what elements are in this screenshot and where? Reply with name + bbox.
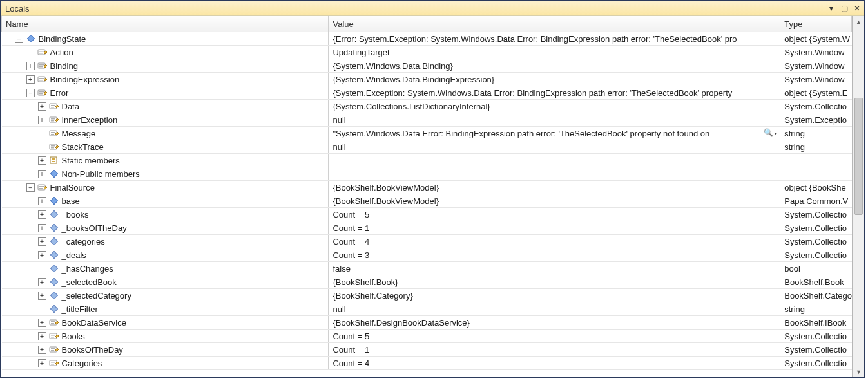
vertical-scrollbar[interactable]: ▲ ▼ [853, 16, 864, 377]
expand-icon[interactable]: + [26, 75, 35, 84]
table-row[interactable]: +InnerExceptionnullSystem.Exceptio [2, 113, 852, 127]
table-row[interactable]: +_booksCount = 5System.Collectio [2, 208, 852, 221]
titlebar: Locals ▾ ▢ ✕ [1, 1, 864, 16]
expand-icon[interactable]: + [38, 359, 46, 367]
window-menu-icon[interactable]: ▾ [827, 4, 836, 13]
expand-icon[interactable]: + [38, 170, 46, 178]
scroll-track[interactable] [853, 27, 864, 366]
static-icon [49, 155, 59, 165]
svg-rect-46 [51, 337, 54, 338]
expand-icon[interactable]: + [38, 278, 46, 286]
svg-rect-3 [39, 53, 43, 54]
svg-rect-12 [39, 93, 43, 95]
expander-placeholder [38, 265, 46, 273]
expand-icon[interactable]: + [38, 116, 46, 124]
scroll-down-icon[interactable]: ▼ [853, 366, 864, 377]
column-header-type[interactable]: Type [780, 16, 852, 32]
row-type: bool [780, 262, 852, 275]
row-type: BookShelf.IBook [780, 316, 852, 330]
table-row[interactable]: +_booksOfTheDayCount = 1System.Collectio [2, 221, 852, 235]
svg-rect-2 [39, 51, 44, 52]
column-header-name[interactable]: Name [2, 16, 329, 32]
collapse-icon[interactable]: − [26, 89, 35, 97]
table-row[interactable]: _hasChangesfalsebool [2, 262, 852, 275]
row-value: Count = 4 [333, 358, 369, 368]
expand-icon[interactable]: + [38, 210, 46, 219]
expand-icon[interactable]: + [38, 319, 46, 327]
table-row[interactable]: +_selectedCategory{BookShelf.Category}Bo… [2, 289, 852, 302]
prop-icon [49, 115, 59, 125]
table-row[interactable]: −FinalSource{BookShelf.BookViewModel}obj… [2, 181, 852, 194]
table-row[interactable]: StackTracenullstring [2, 140, 852, 154]
svg-rect-52 [51, 364, 54, 365]
svg-rect-18 [51, 120, 54, 122]
expander-placeholder [38, 129, 46, 138]
expand-icon[interactable]: + [38, 102, 46, 111]
collapse-icon[interactable]: − [26, 183, 35, 192]
table-row[interactable]: +CategoriesCount = 4System.Collectio [2, 357, 852, 370]
table-row[interactable]: Message"System.Windows.Data Error: Bindi… [2, 127, 852, 140]
row-type: Papa.Common.V [780, 194, 852, 208]
expand-icon[interactable]: + [38, 292, 46, 300]
table-row[interactable]: +_dealsCount = 3System.Collectio [2, 248, 852, 262]
collapse-icon[interactable]: − [15, 35, 23, 43]
svg-rect-48 [51, 348, 55, 349]
expand-icon[interactable]: + [38, 237, 46, 246]
row-name: InnerException [62, 115, 118, 125]
row-name: _deals [62, 250, 86, 260]
expand-icon[interactable]: + [38, 251, 46, 259]
table-row[interactable]: +_categoriesCount = 4System.Collectio [2, 235, 852, 248]
row-name: _booksOfTheDay [62, 223, 127, 233]
expand-icon[interactable]: + [38, 346, 46, 354]
prop-icon [49, 358, 59, 368]
row-type: string [780, 127, 852, 140]
row-type: System.Collectio [780, 221, 852, 235]
field-icon [49, 290, 59, 301]
row-name: Static members [62, 156, 120, 165]
table-row[interactable]: +BindingExpression{System.Windows.Data.B… [2, 73, 852, 86]
expand-icon[interactable]: + [26, 62, 35, 70]
scroll-up-icon[interactable]: ▲ [853, 16, 864, 27]
field-icon [49, 223, 59, 233]
row-name: Data [62, 102, 79, 111]
svg-rect-20 [51, 132, 55, 133]
table-row[interactable]: +Data{System.Collections.ListDictionaryI… [2, 100, 852, 113]
diamond-blue-icon [49, 169, 59, 179]
table-row[interactable]: +BooksCount = 5System.Collectio [2, 330, 852, 343]
table-row[interactable]: +BookDataService{BookShelf.DesignBookDat… [2, 316, 852, 330]
svg-rect-36 [50, 251, 57, 258]
table-row[interactable]: +base{BookShelf.BookViewModel}Papa.Commo… [2, 194, 852, 208]
table-row[interactable]: −BindingState{Error: System.Exception: S… [2, 32, 852, 46]
table-row[interactable]: +Static members [2, 154, 852, 167]
table-row[interactable]: ActionUpdatingTargetSystem.Window [2, 46, 852, 59]
expand-icon[interactable]: + [38, 224, 46, 232]
row-name: BookDataService [62, 318, 126, 328]
table-row[interactable]: +Binding{System.Windows.Data.Binding}Sys… [2, 59, 852, 73]
maximize-icon[interactable]: ▢ [840, 4, 849, 13]
svg-rect-45 [51, 335, 55, 336]
svg-rect-15 [51, 107, 54, 108]
visualizer-icon[interactable]: 🔍▾ [764, 128, 777, 137]
table-row[interactable]: +Non-Public members [2, 167, 852, 181]
expand-icon[interactable]: + [38, 197, 46, 205]
column-header-value[interactable]: Value [329, 16, 780, 32]
table-row[interactable]: −Error{System.Exception: System.Windows.… [2, 86, 852, 100]
expand-icon[interactable]: + [38, 156, 46, 165]
svg-rect-21 [51, 134, 54, 135]
close-icon[interactable]: ✕ [853, 4, 862, 13]
table-row[interactable]: +_selectedBook{BookShelf.Book}BookShelf.… [2, 275, 852, 289]
prop-icon [49, 331, 59, 341]
table-row[interactable]: _titleFilternullstring [2, 302, 852, 316]
row-name: Categories [62, 358, 102, 368]
row-value: {System.Exception: System.Windows.Data E… [333, 88, 732, 98]
table-row[interactable]: +BooksOfTheDayCount = 1System.Collectio [2, 343, 852, 357]
row-value: "System.Windows.Data Error: BindingExpre… [333, 129, 709, 138]
row-name: base [62, 196, 80, 206]
scroll-thumb[interactable] [854, 98, 863, 215]
diamond-blue-icon [26, 33, 36, 44]
row-type: object {System.E [780, 86, 852, 100]
expand-icon[interactable]: + [38, 332, 46, 340]
locals-window: Locals ▾ ▢ ✕ Name Value Type [0, 0, 865, 378]
prop-icon [37, 74, 48, 84]
row-name: StackTrace [62, 142, 104, 152]
